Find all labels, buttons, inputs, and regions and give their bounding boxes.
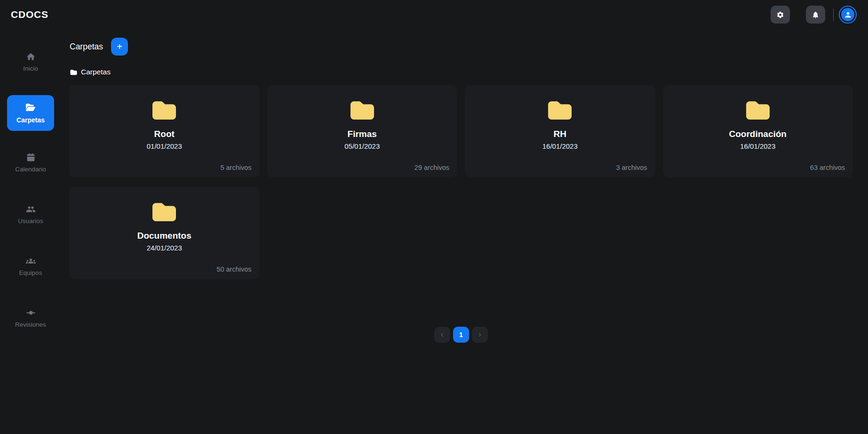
folder-file-count: 29 archivos bbox=[414, 164, 449, 171]
folder-icon bbox=[147, 96, 181, 124]
sidebar-item-revisiones[interactable]: Revisiones bbox=[0, 308, 61, 328]
section-label: Carpetas bbox=[70, 68, 852, 76]
topbar: CDOCS bbox=[0, 0, 868, 29]
folder-card-rh[interactable]: RH 16/01/2023 3 archivos bbox=[465, 86, 655, 177]
sidebar-item-inicio[interactable]: Inicio bbox=[0, 52, 61, 72]
folder-file-count: 50 archivos bbox=[216, 265, 251, 273]
folder-card-firmas[interactable]: Firmas 05/01/2023 29 archivos bbox=[268, 86, 457, 177]
folder-date: 16/01/2023 bbox=[542, 142, 578, 150]
calendar-icon bbox=[26, 153, 36, 162]
sidebar-item-equipos[interactable]: Equipos bbox=[0, 256, 61, 276]
sidebar-item-calendario[interactable]: Calendario bbox=[0, 153, 61, 173]
notifications-button[interactable] bbox=[806, 6, 825, 24]
page-title: Carpetas bbox=[70, 42, 103, 52]
section-label-text: Carpetas bbox=[81, 68, 111, 76]
folder-card-coordinacion[interactable]: Coordinación 16/01/2023 63 archivos bbox=[663, 86, 853, 177]
pagination-prev-button[interactable]: ‹ bbox=[434, 327, 450, 343]
folder-date: 24/01/2023 bbox=[147, 244, 182, 252]
folder-file-count: 3 archivos bbox=[616, 164, 647, 171]
commit-icon bbox=[26, 308, 36, 318]
folder-icon bbox=[741, 96, 775, 124]
avatar-circle bbox=[841, 8, 854, 21]
folder-icon bbox=[543, 96, 577, 124]
folder-name: Root bbox=[154, 129, 175, 139]
gear-icon bbox=[776, 11, 784, 19]
team-icon bbox=[26, 256, 36, 266]
avatar[interactable] bbox=[839, 6, 857, 24]
add-folder-button[interactable]: + bbox=[111, 38, 128, 56]
topbar-divider bbox=[833, 8, 834, 21]
sidebar-item-label: Calendario bbox=[15, 166, 46, 173]
folder-card-documentos[interactable]: Documentos 24/01/2023 50 archivos bbox=[70, 187, 259, 279]
home-icon bbox=[26, 52, 36, 62]
folder-icon bbox=[70, 68, 78, 76]
folder-name: Documentos bbox=[137, 231, 191, 241]
folder-card-root[interactable]: Root 01/01/2023 5 archivos bbox=[70, 86, 259, 177]
sidebar-item-label: Equipos bbox=[19, 269, 42, 276]
folder-name: Coordinación bbox=[729, 129, 787, 139]
sidebar-item-label: Inicio bbox=[23, 65, 38, 72]
plus-icon: + bbox=[117, 42, 122, 51]
topbar-actions bbox=[771, 6, 857, 24]
page-header: Carpetas + bbox=[70, 38, 852, 56]
pagination: ‹ 1 › bbox=[70, 327, 852, 343]
folder-file-count: 5 archivos bbox=[220, 164, 251, 171]
sidebar: Inicio Carpetas Calendario Usuarios Equi… bbox=[0, 29, 61, 434]
folder-icon bbox=[147, 198, 181, 226]
folders-grid: Root 01/01/2023 5 archivos Firmas 05/01/… bbox=[70, 86, 852, 279]
person-icon bbox=[844, 11, 852, 19]
folder-open-icon bbox=[26, 103, 35, 112]
users-icon bbox=[26, 204, 36, 214]
sidebar-item-label: Carpetas bbox=[16, 116, 45, 124]
bell-icon bbox=[812, 11, 820, 19]
folder-file-count: 63 archivos bbox=[810, 164, 845, 171]
main-content: Carpetas + Carpetas Root 01/01/2023 5 ar… bbox=[61, 29, 868, 434]
app-logo: CDOCS bbox=[11, 9, 48, 20]
pagination-page-1-button[interactable]: 1 bbox=[453, 327, 469, 343]
sidebar-item-label: Revisiones bbox=[15, 321, 46, 328]
folder-name: RH bbox=[554, 129, 566, 139]
folder-date: 16/01/2023 bbox=[740, 142, 775, 150]
folder-name: Firmas bbox=[348, 129, 377, 139]
sidebar-item-label: Usuarios bbox=[18, 217, 43, 225]
chevron-left-icon: ‹ bbox=[441, 330, 444, 338]
sidebar-item-carpetas[interactable]: Carpetas bbox=[7, 95, 54, 131]
settings-button[interactable] bbox=[771, 6, 790, 24]
chevron-right-icon: › bbox=[478, 330, 481, 338]
folder-icon bbox=[345, 96, 379, 124]
folder-date: 05/01/2023 bbox=[344, 142, 380, 150]
sidebar-item-usuarios[interactable]: Usuarios bbox=[0, 204, 61, 225]
folder-date: 01/01/2023 bbox=[147, 142, 182, 150]
pagination-next-button[interactable]: › bbox=[472, 327, 488, 343]
